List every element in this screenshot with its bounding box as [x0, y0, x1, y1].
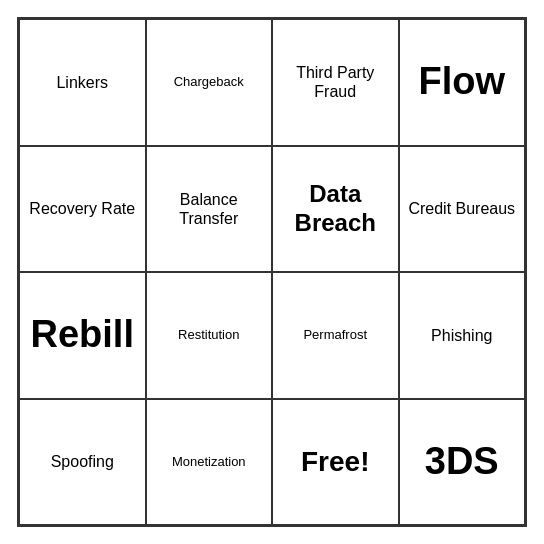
cell-r0c1: Chargeback	[146, 19, 273, 146]
cell-r0c2: Third Party Fraud	[272, 19, 399, 146]
cell-r3c0: Spoofing	[19, 399, 146, 526]
bingo-card: LinkersChargebackThird Party FraudFlowRe…	[17, 17, 527, 527]
cell-r3c3: 3DS	[399, 399, 526, 526]
cell-r3c1: Monetization	[146, 399, 273, 526]
cell-r0c3: Flow	[399, 19, 526, 146]
cell-r3c2: Free!	[272, 399, 399, 526]
cell-r1c2: Data Breach	[272, 146, 399, 273]
cell-r2c3: Phishing	[399, 272, 526, 399]
cell-r2c1: Restitution	[146, 272, 273, 399]
cell-r1c0: Recovery Rate	[19, 146, 146, 273]
cell-r2c0: Rebill	[19, 272, 146, 399]
cell-r2c2: Permafrost	[272, 272, 399, 399]
cell-r0c0: Linkers	[19, 19, 146, 146]
cell-r1c1: Balance Transfer	[146, 146, 273, 273]
cell-r1c3: Credit Bureaus	[399, 146, 526, 273]
